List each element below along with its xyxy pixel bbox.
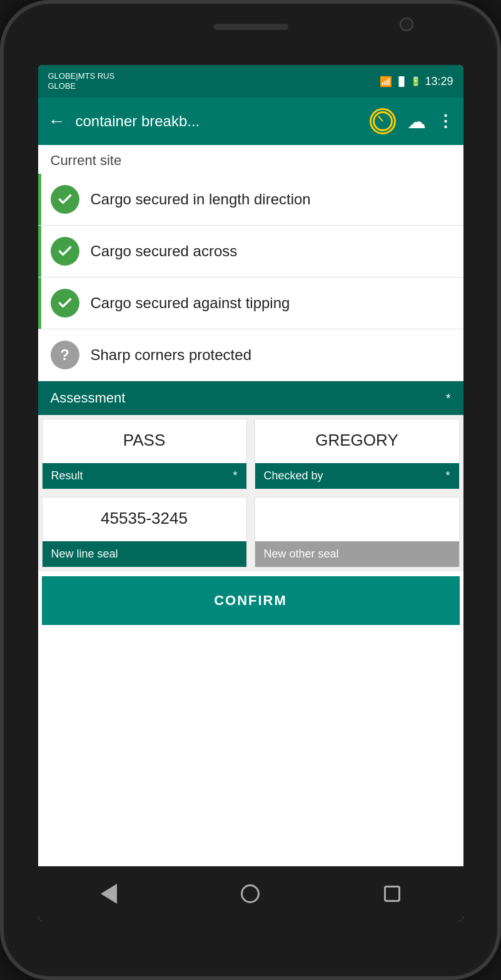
- home-circle-icon: [241, 884, 260, 903]
- status-right: 📶 ▐▌ 🔋 13:29: [380, 75, 453, 88]
- main-content: Current site Cargo secured in length dir…: [38, 145, 463, 866]
- phone-speaker: [213, 24, 288, 30]
- other-seal-label: New other seal: [264, 548, 339, 561]
- carrier-info: GLOBE|MTS RUS GLOBE: [48, 71, 115, 91]
- toolbar-title: container breakb...: [76, 112, 360, 130]
- assessment-required-marker: *: [446, 391, 451, 406]
- check-icon-cargo-across: [51, 237, 79, 266]
- carrier-name2: GLOBE: [48, 81, 115, 91]
- checked-by-value: GREGORY: [255, 419, 459, 463]
- checklist-item-cargo-tipping[interactable]: Cargo secured against tipping: [38, 278, 463, 329]
- other-seal-label-bar: New other seal: [255, 541, 459, 567]
- result-label: Result: [51, 469, 83, 482]
- form-grid: PASS Result * GREGORY Checked by *: [38, 415, 463, 571]
- checklist-item-cargo-length[interactable]: Cargo secured in length direction: [38, 174, 463, 226]
- clock: 13:29: [425, 75, 453, 88]
- carrier-name: GLOBE|MTS RUS: [48, 71, 115, 81]
- checklist-item-cargo-across[interactable]: Cargo secured across: [38, 226, 463, 278]
- cloud-sync-icon[interactable]: ☁: [407, 111, 426, 132]
- assessment-label: Assessment: [51, 390, 126, 406]
- checked-by-field[interactable]: GREGORY Checked by *: [255, 419, 460, 489]
- other-seal-field[interactable]: New other seal: [255, 497, 460, 568]
- back-triangle-icon: [101, 884, 117, 904]
- line-seal-label: New line seal: [51, 548, 118, 561]
- result-label-bar: Result *: [43, 463, 246, 489]
- wifi-icon: 📶: [380, 76, 392, 88]
- recents-square-icon: [384, 886, 400, 902]
- screen: GLOBE|MTS RUS GLOBE 📶 ▐▌ 🔋 13:29 ← conta…: [38, 65, 463, 921]
- phone-shell: GLOBE|MTS RUS GLOBE 📶 ▐▌ 🔋 13:29 ← conta…: [0, 0, 501, 980]
- checklist-item-sharp-corners[interactable]: ? Sharp corners protected: [38, 329, 463, 381]
- result-field[interactable]: PASS Result *: [42, 419, 247, 489]
- checked-by-label: Checked by: [264, 469, 323, 482]
- back-button[interactable]: ←: [48, 111, 66, 131]
- checked-by-required: *: [445, 469, 450, 482]
- phone-camera: [400, 18, 413, 31]
- toolbar-icons: ☁ ⋮: [370, 108, 453, 134]
- result-value: PASS: [43, 419, 246, 463]
- check-icon-cargo-tipping: [51, 289, 79, 318]
- question-icon-sharp-corners: ?: [51, 341, 79, 369]
- bottom-nav: [38, 866, 463, 921]
- checklist-text-cargo-length: Cargo secured in length direction: [91, 189, 311, 209]
- checked-by-label-bar: Checked by *: [255, 463, 459, 489]
- signal-icon: ▐▌: [396, 76, 407, 86]
- confirm-button[interactable]: CONFIRM: [42, 576, 460, 625]
- result-required: *: [233, 469, 237, 482]
- nav-recents-button[interactable]: [373, 875, 411, 912]
- battery-icon: 🔋: [410, 76, 421, 86]
- timer-icon[interactable]: [370, 108, 396, 134]
- more-options-icon[interactable]: ⋮: [437, 112, 453, 131]
- line-seal-value: 45535-3245: [43, 498, 246, 541]
- line-seal-field[interactable]: 45535-3245 New line seal: [42, 497, 247, 568]
- checklist-text-sharp-corners: Sharp corners protected: [91, 345, 251, 364]
- nav-back-button[interactable]: [90, 875, 128, 912]
- checklist-text-cargo-across: Cargo secured across: [91, 241, 238, 261]
- line-seal-label-bar: New line seal: [43, 541, 246, 567]
- timer-hand: [378, 116, 383, 122]
- checklist: Cargo secured in length direction Cargo …: [38, 174, 463, 381]
- status-bar: GLOBE|MTS RUS GLOBE 📶 ▐▌ 🔋 13:29: [38, 65, 463, 98]
- timer-inner: [373, 111, 393, 131]
- assessment-header: Assessment *: [38, 381, 463, 415]
- check-icon-cargo-length: [51, 185, 79, 214]
- nav-home-button[interactable]: [231, 875, 269, 912]
- toolbar: ← container breakb... ☁ ⋮: [38, 98, 463, 145]
- checklist-text-cargo-tipping: Cargo secured against tipping: [91, 293, 290, 312]
- other-seal-value: [255, 498, 459, 541]
- current-site-label: Current site: [38, 145, 463, 174]
